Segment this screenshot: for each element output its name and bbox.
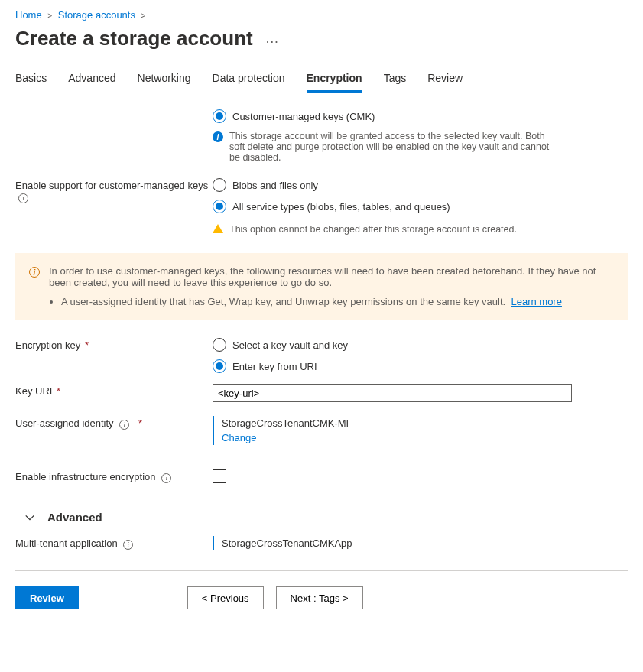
- help-icon[interactable]: i: [123, 540, 133, 550]
- previous-button[interactable]: < Previous: [187, 586, 264, 609]
- tab-networking[interactable]: Networking: [138, 72, 191, 93]
- support-warning-text: This option cannot be changed after this…: [229, 224, 517, 235]
- advanced-section-header[interactable]: Advanced: [24, 511, 628, 524]
- notice-box: i In order to use customer-managed keys,…: [15, 253, 628, 320]
- required-indicator: *: [85, 339, 89, 351]
- radio-select-key-vault[interactable]: [213, 338, 226, 352]
- radio-blobs-files-only[interactable]: [213, 178, 226, 192]
- breadcrumb-storage-accounts[interactable]: Storage accounts: [58, 9, 135, 21]
- chevron-right-icon: >: [141, 11, 146, 20]
- tab-encryption[interactable]: Encryption: [307, 72, 362, 93]
- review-button[interactable]: Review: [15, 586, 79, 609]
- support-label: Enable support for customer-managed keys: [15, 180, 208, 191]
- breadcrumb-home[interactable]: Home: [15, 9, 42, 21]
- change-identity-link[interactable]: Change: [222, 432, 628, 443]
- footer: Review < Previous Next : Tags >: [0, 577, 643, 618]
- radio-all-service-types[interactable]: [213, 200, 226, 213]
- radio-all-service-types-label: All service types (blobs, files, tables,…: [232, 201, 450, 213]
- tabs: Basics Advanced Networking Data protecti…: [15, 72, 628, 93]
- encryption-key-label: Encryption key: [15, 339, 80, 351]
- help-icon[interactable]: i: [161, 473, 171, 483]
- warning-icon: [213, 224, 223, 233]
- next-button[interactable]: Next : Tags >: [276, 586, 363, 609]
- radio-blobs-files-only-label: Blobs and files only: [232, 180, 318, 191]
- page-title: Create a storage account: [15, 27, 253, 50]
- infra-encryption-label: Enable infrastructure encryption: [15, 471, 156, 482]
- radio-cmk[interactable]: [213, 109, 226, 123]
- learn-more-link[interactable]: Learn more: [511, 296, 561, 307]
- multi-tenant-label: Multi-tenant application: [15, 537, 118, 549]
- info-icon: i: [213, 131, 223, 142]
- info-icon: i: [29, 267, 40, 278]
- more-actions-icon[interactable]: …: [265, 31, 281, 47]
- radio-enter-key-uri-label: Enter key from URI: [232, 361, 317, 372]
- help-icon[interactable]: i: [18, 193, 28, 203]
- tab-tags[interactable]: Tags: [384, 72, 407, 93]
- multi-tenant-value: StorageCrossTenantCMKApp: [222, 537, 628, 549]
- help-icon[interactable]: i: [119, 420, 129, 430]
- footer-divider: [15, 570, 628, 571]
- key-uri-input[interactable]: [213, 384, 572, 402]
- key-uri-label: Key URI: [15, 385, 52, 397]
- tab-data-protection[interactable]: Data protection: [213, 72, 285, 93]
- user-assigned-identity-label: User-assigned identity: [15, 417, 114, 429]
- notice-text: In order to use customer-managed keys, t…: [49, 265, 614, 288]
- cmk-info-text: This storage account will be granted acc…: [229, 131, 550, 163]
- required-indicator: *: [138, 417, 142, 429]
- radio-cmk-label: Customer-managed keys (CMK): [232, 111, 375, 122]
- tab-advanced[interactable]: Advanced: [68, 72, 115, 93]
- chevron-down-icon: [24, 512, 35, 523]
- chevron-right-icon: >: [47, 11, 52, 20]
- breadcrumb: Home > Storage accounts >: [15, 9, 628, 21]
- infra-encryption-checkbox[interactable]: [213, 469, 226, 483]
- tab-review[interactable]: Review: [427, 72, 463, 93]
- radio-enter-key-uri[interactable]: [213, 359, 226, 373]
- advanced-section-title: Advanced: [47, 511, 102, 524]
- required-indicator: *: [57, 385, 60, 397]
- user-assigned-identity-value: StorageCrossTenantCMK-MI: [222, 417, 628, 429]
- radio-select-key-vault-label: Select a key vault and key: [232, 339, 348, 351]
- tab-basics[interactable]: Basics: [15, 72, 47, 93]
- notice-bullet: A user-assigned identity that has Get, W…: [61, 296, 505, 307]
